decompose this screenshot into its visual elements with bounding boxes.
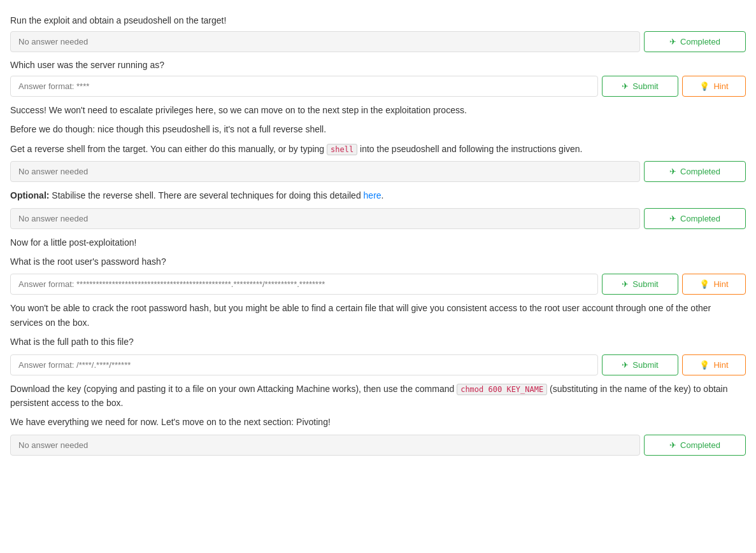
hint-icon-5: 💡 bbox=[699, 279, 710, 289]
answer-input-6[interactable] bbox=[10, 354, 598, 375]
shell-code: shell bbox=[327, 144, 357, 155]
hint-button-6[interactable]: 💡 Hint bbox=[682, 354, 746, 375]
info-text-3: Get a reverse shell from the target. You… bbox=[10, 142, 746, 156]
send-icon-2: ✈ bbox=[622, 81, 629, 91]
completed-label-4: Completed bbox=[680, 214, 720, 223]
info-text-6: What is the root user's password hash? bbox=[10, 255, 746, 269]
answer-input-1[interactable] bbox=[10, 31, 640, 52]
completed-label-7: Completed bbox=[680, 440, 720, 450]
info-text-4: Optional: Stabilise the reverse shell. T… bbox=[10, 188, 746, 202]
answer-input-4[interactable] bbox=[10, 208, 640, 229]
completed-button-7[interactable]: ✈ Completed bbox=[644, 435, 746, 456]
send-icon-7: ✈ bbox=[669, 440, 676, 450]
submit-button-5[interactable]: ✈ Submit bbox=[602, 274, 678, 295]
info-text-10: We have everything we need for now. Let'… bbox=[10, 415, 746, 429]
info-text-8: What is the full path to this file? bbox=[10, 335, 746, 349]
send-icon-5: ✈ bbox=[622, 279, 629, 289]
submit-label-6: Submit bbox=[632, 360, 658, 370]
optional-bold: Optional: bbox=[10, 190, 49, 200]
hint-icon-2: 💡 bbox=[699, 81, 710, 91]
submit-button-2[interactable]: ✈ Submit bbox=[602, 76, 678, 97]
send-icon-3: ✈ bbox=[669, 167, 676, 176]
answer-input-2[interactable] bbox=[10, 76, 598, 97]
info-text-1: Success! We won't need to escalate privi… bbox=[10, 103, 746, 117]
hint-button-5[interactable]: 💡 Hint bbox=[682, 274, 746, 295]
hint-label-2: Hint bbox=[713, 81, 728, 91]
answer-row-4: ✈ Completed bbox=[10, 208, 746, 229]
completed-label-1: Completed bbox=[680, 37, 720, 46]
chmod-code: chmod 600 KEY_NAME bbox=[457, 384, 547, 395]
answer-row-3: ✈ Completed bbox=[10, 161, 746, 182]
info-text-2: Before we do though: nice though this ps… bbox=[10, 122, 746, 136]
hint-icon-6: 💡 bbox=[699, 360, 710, 370]
completed-button-4[interactable]: ✈ Completed bbox=[644, 208, 746, 229]
info-text-5: Now for a little post-exploitation! bbox=[10, 235, 746, 249]
completed-button-3[interactable]: ✈ Completed bbox=[644, 161, 746, 182]
completed-label-3: Completed bbox=[680, 167, 720, 176]
question-2: Which user was the server running as? bbox=[10, 59, 746, 72]
answer-input-5[interactable] bbox=[10, 274, 598, 295]
completed-button-1[interactable]: ✈ Completed bbox=[644, 31, 746, 52]
question-1: Run the exploit and obtain a pseudoshell… bbox=[10, 14, 746, 27]
send-icon-4: ✈ bbox=[669, 214, 676, 223]
answer-row-7: ✈ Completed bbox=[10, 435, 746, 456]
answer-input-3[interactable] bbox=[10, 161, 640, 182]
send-icon-1: ✈ bbox=[669, 37, 676, 46]
hint-button-2[interactable]: 💡 Hint bbox=[682, 76, 746, 97]
hint-label-6: Hint bbox=[713, 360, 728, 370]
submit-label-2: Submit bbox=[632, 81, 658, 91]
hint-label-5: Hint bbox=[713, 279, 728, 289]
answer-row-1: ✈ Completed bbox=[10, 31, 746, 52]
info-text-7: You won't be able to crack the root pass… bbox=[10, 301, 746, 330]
answer-row-2: ✈ Submit 💡 Hint bbox=[10, 76, 746, 97]
answer-row-6: ✈ Submit 💡 Hint bbox=[10, 354, 746, 375]
submit-button-6[interactable]: ✈ Submit bbox=[602, 354, 678, 375]
here-link[interactable]: here bbox=[364, 190, 382, 200]
submit-label-5: Submit bbox=[632, 279, 658, 289]
answer-row-5: ✈ Submit 💡 Hint bbox=[10, 274, 746, 295]
answer-input-7[interactable] bbox=[10, 435, 640, 456]
send-icon-6: ✈ bbox=[622, 360, 629, 370]
info-text-9: Download the key (copying and pasting it… bbox=[10, 382, 746, 410]
